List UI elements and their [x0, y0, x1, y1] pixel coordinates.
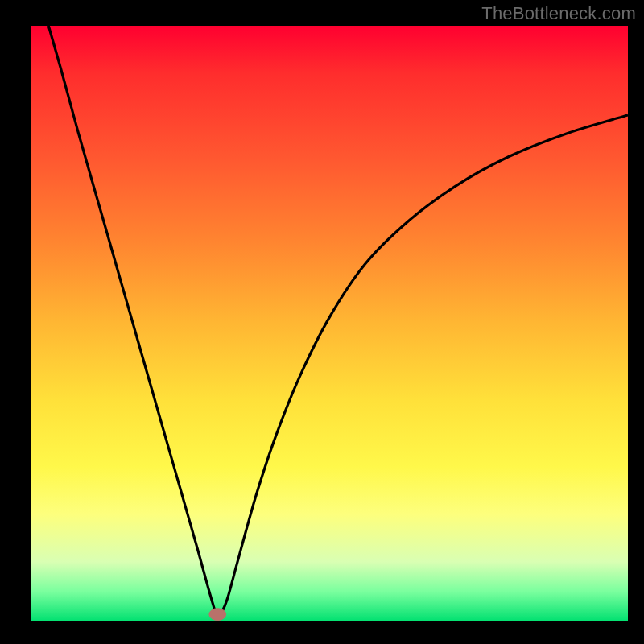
bottleneck-curve — [48, 26, 628, 616]
outer-frame: TheBottleneck.com — [0, 0, 644, 644]
optimal-point-marker — [209, 609, 226, 621]
watermark-text: TheBottleneck.com — [481, 3, 636, 24]
curve-layer — [0, 0, 644, 644]
